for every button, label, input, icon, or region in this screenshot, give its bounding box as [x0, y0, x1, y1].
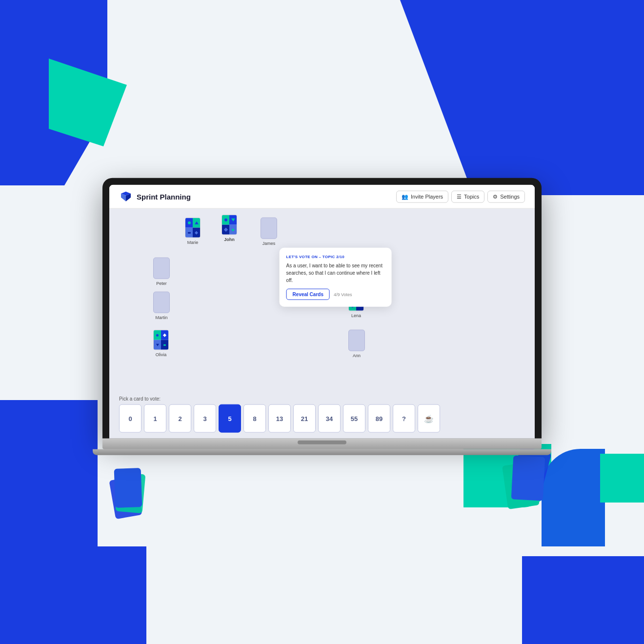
vote-card-8[interactable]: 8 [243, 404, 266, 433]
olivia-avatar [153, 330, 169, 350]
topics-button[interactable]: ☰ Topics [451, 190, 484, 202]
laptop-base [102, 439, 542, 449]
invite-icon: 👥 [402, 193, 408, 200]
vote-count: 4/9 Votes [334, 292, 352, 297]
laptop-screen-outer: Sprint Planning 👥 Invite Players ☰ Topic… [102, 178, 542, 439]
player-olivia: Olivia [153, 330, 169, 357]
bg-shape-blue-bottom [0, 546, 146, 644]
bg-shape-blue-bottom-right [522, 556, 644, 644]
ann-card [348, 330, 365, 351]
marie-avatar [185, 218, 201, 238]
player-marie: Marie [185, 218, 201, 245]
marie-name: Marie [187, 240, 199, 245]
vote-card-1[interactable]: 1 [144, 404, 166, 433]
game-area: Marie [109, 209, 535, 392]
vote-actions: Reveal Cards 4/9 Votes [286, 289, 385, 300]
james-card [261, 218, 277, 239]
app-content: Sprint Planning 👥 Invite Players ☰ Topic… [109, 185, 535, 439]
vote-card-34[interactable]: 34 [318, 404, 341, 433]
bg-shape-teal-right [600, 454, 644, 503]
logo-area: Sprint Planning [119, 190, 191, 203]
settings-button[interactable]: ⚙ Settings [487, 190, 525, 202]
vote-card-21[interactable]: 21 [293, 404, 316, 433]
vote-card-5[interactable]: 5 [219, 404, 241, 433]
vote-card-2[interactable]: 2 [169, 404, 191, 433]
app-header: Sprint Planning 👥 Invite Players ☰ Topic… [109, 185, 535, 209]
pick-label: Pick a card to vote: [119, 396, 525, 402]
lena-name: Lena [351, 313, 361, 318]
cards-row: 0123581321345589?☕ [119, 404, 525, 433]
bg-shape-blue-top-right [400, 0, 644, 195]
laptop-screen-inner: Sprint Planning 👥 Invite Players ☰ Topic… [109, 185, 535, 439]
bg-shape-blue-mid [542, 449, 605, 546]
player-john: John [221, 215, 237, 242]
player-martin: Martin [153, 292, 170, 320]
app-logo-icon [119, 190, 133, 203]
settings-label: Settings [500, 194, 520, 200]
martin-name: Martin [155, 315, 167, 320]
story-text: As a user, I want to be able to see my r… [286, 262, 385, 284]
james-name: James [262, 241, 276, 246]
bg-shape-blue-left [0, 0, 107, 185]
header-nav: 👥 Invite Players ☰ Topics ⚙ Settings [396, 190, 525, 202]
settings-icon: ⚙ [493, 193, 498, 200]
vote-card-3[interactable]: 3 [194, 404, 216, 433]
reveal-cards-button[interactable]: Reveal Cards [286, 289, 330, 300]
vote-card-89[interactable]: 89 [368, 404, 390, 433]
player-james: James [261, 218, 277, 246]
vote-card-?[interactable]: ? [393, 404, 415, 433]
ann-name: Ann [353, 353, 361, 358]
laptop-frame: Sprint Planning 👥 Invite Players ☰ Topic… [102, 178, 542, 455]
laptop-bottom [93, 449, 551, 455]
vote-card-coffee[interactable]: ☕ [418, 404, 440, 433]
vote-popup: LET'S VOTE ON – TOPIC 2/10 As a user, I … [280, 248, 392, 307]
deco-cards-left-stack [112, 468, 146, 532]
peter-name: Peter [156, 281, 167, 286]
invite-label: Invite Players [411, 194, 443, 200]
peter-card [153, 258, 170, 279]
bg-shape-teal [49, 59, 127, 146]
martin-card [153, 292, 170, 313]
vote-card-13[interactable]: 13 [268, 404, 291, 433]
topics-label: Topics [464, 194, 479, 200]
deco-cards-right-stack [488, 449, 546, 527]
player-peter: Peter [153, 258, 170, 286]
john-avatar [221, 215, 237, 235]
invite-players-button[interactable]: 👥 Invite Players [396, 190, 448, 202]
topic-label: LET'S VOTE ON – TOPIC 2/10 [286, 255, 385, 259]
john-name: John [224, 237, 235, 242]
app-title: Sprint Planning [137, 192, 191, 201]
topics-icon: ☰ [457, 193, 462, 200]
player-ann: Ann [348, 330, 365, 358]
vote-card-0[interactable]: 0 [119, 404, 141, 433]
bg-shape-blue-bottom-left [0, 400, 98, 644]
vote-card-55[interactable]: 55 [343, 404, 365, 433]
olivia-name: Olivia [156, 352, 167, 357]
pick-card-area: Pick a card to vote: 0123581321345589?☕ [109, 392, 535, 439]
